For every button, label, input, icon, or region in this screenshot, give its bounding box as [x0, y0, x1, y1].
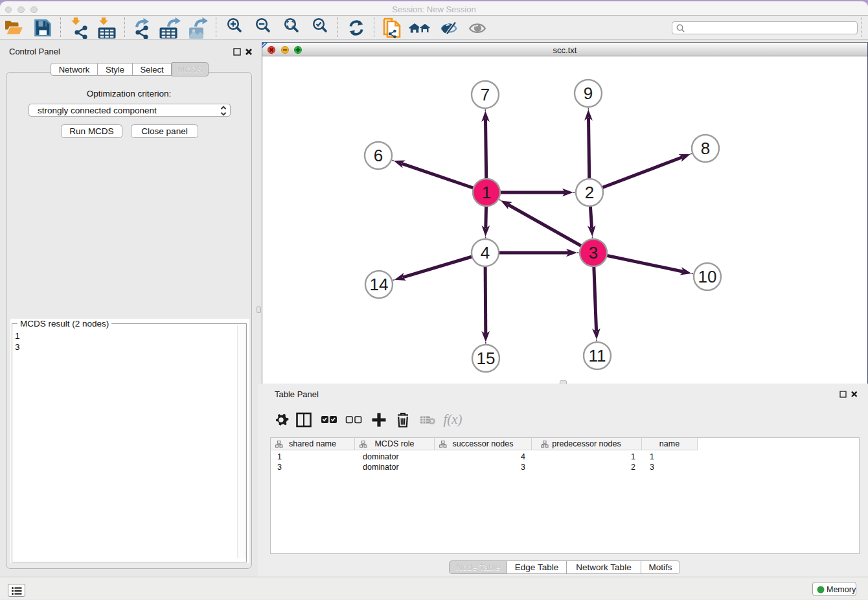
- svg-text:1: 1: [482, 183, 491, 202]
- svg-text:6: 6: [374, 146, 383, 165]
- svg-text:7: 7: [481, 85, 490, 104]
- svg-text:3: 3: [589, 243, 598, 262]
- svg-text:9: 9: [584, 84, 593, 103]
- svg-text:14: 14: [370, 275, 389, 294]
- svg-text:11: 11: [589, 346, 606, 365]
- svg-text:8: 8: [701, 139, 710, 158]
- svg-text:4: 4: [481, 243, 490, 262]
- svg-text:f(x): f(x): [443, 411, 462, 427]
- svg-text:2: 2: [585, 183, 594, 202]
- svg-text:10: 10: [698, 267, 717, 286]
- svg-text:15: 15: [477, 349, 496, 368]
